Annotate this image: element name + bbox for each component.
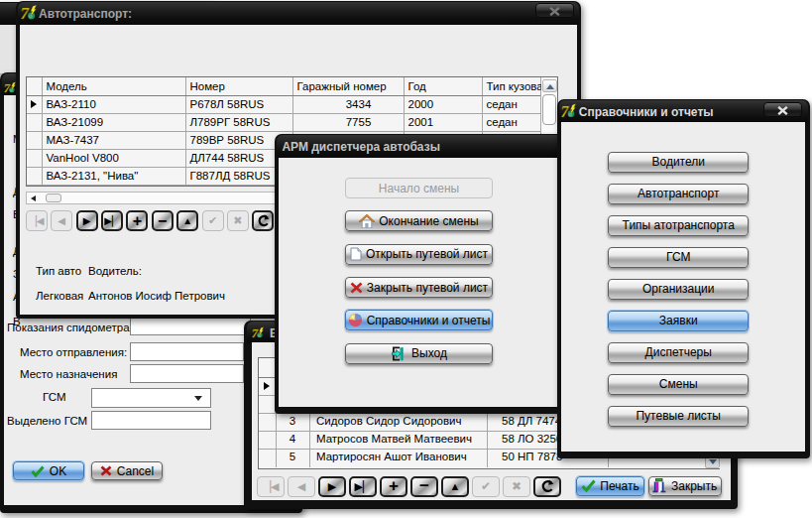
svg-text:7: 7 xyxy=(21,5,31,21)
svg-text:7: 7 xyxy=(252,326,259,339)
svg-text:7: 7 xyxy=(4,81,11,95)
svg-text:7: 7 xyxy=(561,103,570,119)
